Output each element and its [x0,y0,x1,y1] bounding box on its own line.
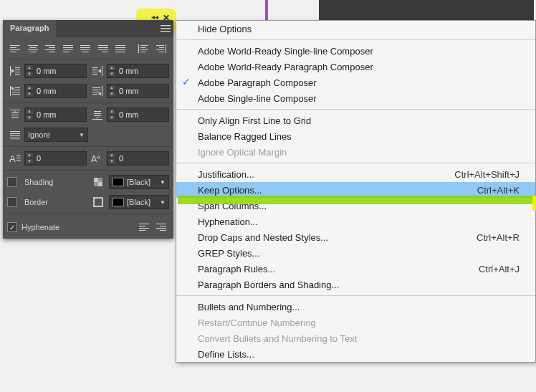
paragraph-flyout-menu: Hide OptionsAdobe World-Ready Single-lin… [176,20,536,363]
panel-flyout-button[interactable] [158,20,173,37]
menu-item[interactable]: Paragraph Rules...Ctrl+Alt+J [176,261,535,277]
svg-rect-31 [138,44,139,53]
svg-rect-3 [10,45,20,46]
first-line-indent-value: 0 mm [34,87,86,95]
menu-item[interactable]: Span Columns... [176,198,535,214]
align-to-grid-icon [7,128,23,142]
border-checkbox[interactable] [7,197,17,207]
svg-rect-50 [92,70,97,70]
svg-rect-18 [63,52,70,52]
svg-rect-95 [156,228,166,229]
alignment-row [3,37,173,57]
svg-rect-63 [92,92,100,92]
align-center-button[interactable] [24,42,40,56]
dropcap-chars-input[interactable]: ▲▼0 [107,151,169,166]
menu-item-label: Ignore Optical Margin [198,147,287,158]
svg-rect-39 [156,49,164,50]
svg-marker-74 [95,117,100,119]
svg-rect-88 [94,198,102,206]
menu-item[interactable]: Hyphenation... [176,214,535,229]
dropcap-lines-input[interactable]: ▲▼0 [24,151,87,166]
shading-options-button[interactable] [90,175,106,189]
justify-left-button[interactable] [59,42,75,56]
menu-item: Restart/Continue Numbering [176,315,535,330]
menu-item[interactable]: Only Align First Line to Grid [176,113,535,128]
align-to-grid-select[interactable]: Ignore ▼ [24,128,88,142]
menu-item-shortcut: Ctrl+Alt+Shift+J [454,169,520,180]
svg-rect-40 [159,52,164,52]
svg-rect-70 [94,111,101,112]
svg-rect-89 [139,224,149,224]
svg-rect-10 [29,52,36,52]
align-to-grid-value: Ignore [28,130,50,139]
first-line-indent-icon [7,84,23,98]
first-line-indent-input[interactable]: ▲▼0 mm [24,84,87,98]
menu-item[interactable]: GREP Styles... [176,245,535,261]
svg-rect-75 [10,131,20,132]
border-options-button[interactable] [90,195,106,209]
menu-item[interactable]: Keep Options...Ctrl+Alt+K [176,182,535,198]
menu-separator [176,109,535,110]
shading-color-select[interactable]: [Black] ▼ [109,175,169,189]
menu-item[interactable]: Drop Caps and Nested Styles...Ctrl+Alt+R [176,229,535,245]
menu-item[interactable]: Adobe Single-line Composer [176,90,535,106]
svg-rect-26 [102,52,108,52]
menu-item[interactable]: Paragraph Borders and Shading... [176,277,535,292]
left-indent-input[interactable]: ▲▼0 mm [24,64,87,78]
menu-item[interactable]: Adobe World-Ready Paragraph Composer [176,59,535,75]
justify-center-button[interactable] [77,42,93,56]
menu-item-label: Bullets and Numbering... [198,302,300,312]
justify-right-button[interactable] [95,42,110,56]
chevron-down-icon: ▼ [160,199,166,206]
svg-rect-64 [92,94,97,95]
menu-item[interactable]: Define Lists... [176,346,535,362]
menu-item[interactable]: Bullets and Numbering... [176,299,535,315]
menu-item-label: Paragraph Rules... [198,264,275,274]
svg-rect-13 [45,49,55,50]
svg-rect-72 [94,115,101,116]
svg-rect-76 [10,133,20,134]
svg-rect-51 [92,72,97,72]
last-line-indent-input[interactable]: ▲▼0 mm [107,84,169,98]
svg-rect-62 [92,90,100,90]
menu-item-label: Adobe World-Ready Paragraph Composer [198,62,373,72]
menu-item[interactable]: Adobe World-Ready Single-line Composer [176,43,535,59]
space-after-input[interactable]: ▲▼0 mm [107,107,169,122]
svg-text:A: A [9,153,16,163]
last-line-indent-icon [90,84,105,98]
svg-rect-49 [92,67,97,68]
svg-rect-25 [98,49,108,50]
menu-item-label: Drop Caps and Nested Styles... [198,232,328,243]
svg-rect-56 [12,90,20,90]
justify-all-button[interactable] [113,42,128,56]
hyphenate-checkbox[interactable] [7,222,17,232]
ltr-direction-button[interactable] [136,220,152,234]
menu-item[interactable]: ✓Adobe Paragraph Composer [176,75,535,90]
align-right-button[interactable] [42,42,58,56]
menu-item-shortcut: Ctrl+Alt+J [479,264,520,274]
align-away-spine-button[interactable] [153,42,168,56]
menu-item[interactable]: Hide Options [176,21,535,37]
space-before-input[interactable]: ▲▼0 mm [24,107,87,122]
panel-tab-paragraph[interactable]: Paragraph [3,20,56,37]
menu-item-label: Paragraph Borders and Shading... [198,279,339,290]
menu-item-label: Convert Bullets and Numbering to Text [198,333,357,344]
border-color-select[interactable]: [Black] ▼ [109,195,169,209]
svg-rect-9 [28,49,38,50]
shading-color-value: [Black] [127,178,150,186]
right-indent-value: 0 mm [116,67,168,75]
svg-rect-19 [80,45,90,46]
menu-item[interactable]: Balance Ragged Lines [176,128,535,144]
svg-rect-81 [16,156,21,156]
align-toward-spine-button[interactable] [135,42,151,56]
align-left-button[interactable] [7,42,23,56]
shading-checkbox[interactable] [7,177,17,187]
svg-rect-93 [156,224,166,224]
svg-rect-5 [10,49,20,50]
right-indent-input[interactable]: ▲▼0 mm [107,64,169,78]
svg-rect-47 [102,66,102,76]
rtl-direction-button[interactable] [153,220,169,234]
svg-rect-59 [102,86,102,96]
svg-rect-87 [98,182,102,186]
menu-item[interactable]: Justification...Ctrl+Alt+Shift+J [176,166,535,182]
